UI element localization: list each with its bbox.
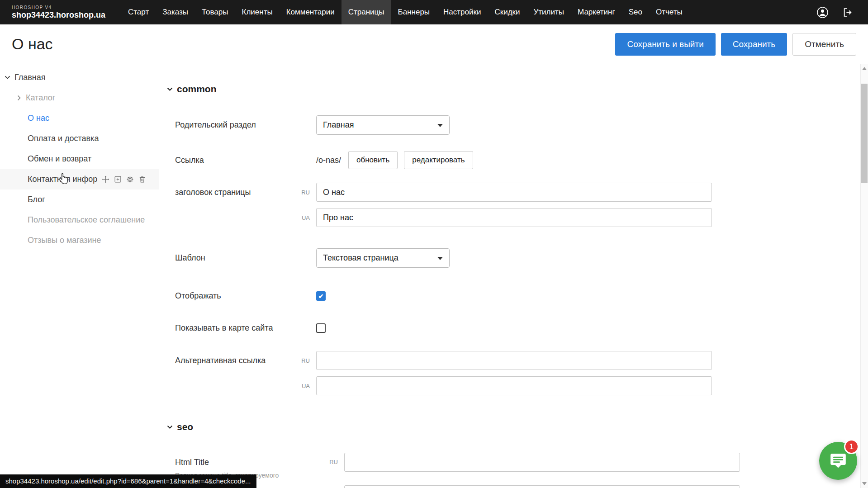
- template-select[interactable]: Текстовая страница: [316, 248, 450, 268]
- top-navigation-bar: HOROSHOP V4 shop34423.horoshop.ua Старт …: [0, 0, 868, 24]
- lang-tag-ru: RU: [316, 453, 344, 472]
- selected-option: Главная: [323, 120, 354, 130]
- tree-item-otzyvy-o-magazine[interactable]: Отзывы о магазине: [0, 230, 159, 251]
- parent-section-select[interactable]: Главная: [316, 115, 450, 135]
- settings-gear-icon[interactable]: [126, 175, 134, 183]
- page-title-ru-input[interactable]: [316, 183, 712, 202]
- alt-link-ru-row: Альтернативная ссылка RU: [160, 351, 860, 370]
- parent-section-row: Родительский раздел Главная: [160, 115, 860, 135]
- tree-item-blog[interactable]: Блог: [0, 190, 159, 210]
- alt-link-ru-input[interactable]: [316, 351, 712, 370]
- html-title-ru-row: Html Title Полная замена title, генериру…: [160, 453, 860, 479]
- tree-item-glavnaya[interactable]: Главная: [0, 67, 159, 88]
- chevron-down-icon: [167, 425, 173, 429]
- logo-domain: shop34423.horoshop.ua: [12, 10, 108, 20]
- html-title-ua-row: UA: [160, 485, 860, 488]
- chevron-right-icon[interactable]: [17, 95, 21, 101]
- sitemap-label: Показывать в карте сайта: [175, 323, 316, 333]
- page-title-ru-row: заголовок страницы RU: [160, 183, 860, 202]
- tree-item-oplata-i-dostavka[interactable]: Оплата и доставка: [0, 128, 159, 149]
- alt-link-ua-input[interactable]: [316, 376, 712, 395]
- tree-item-label: Обмен и возврат: [28, 154, 91, 164]
- cancel-button[interactable]: Отменить: [792, 33, 856, 56]
- page-edit-form: common Родительский раздел Главная Ссылк…: [160, 64, 860, 488]
- chat-unread-badge: 1: [844, 439, 859, 454]
- save-and-exit-button[interactable]: Сохранить и выйти: [615, 33, 715, 56]
- tree-item-label: Каталог: [26, 93, 55, 103]
- tree-item-label: Оплата и доставка: [28, 134, 99, 143]
- move-icon[interactable]: [102, 175, 109, 183]
- link-edit-button[interactable]: редактировать: [404, 151, 473, 169]
- link-refresh-button[interactable]: обновить: [348, 151, 398, 169]
- nav-start[interactable]: Старт: [121, 0, 156, 24]
- tree-item-label: Блог: [28, 195, 45, 204]
- page-title-ua-row: UA: [160, 208, 860, 227]
- tree-item-label: Контактная инфор: [28, 175, 97, 184]
- nav-orders[interactable]: Заказы: [156, 0, 195, 24]
- scrollbar-thumb[interactable]: [861, 84, 868, 183]
- nav-products[interactable]: Товары: [195, 0, 235, 24]
- main-menu: Старт Заказы Товары Клиенты Комментарии …: [121, 0, 689, 24]
- chevron-down-icon: [167, 87, 173, 91]
- link-label: Ссылка: [175, 156, 316, 165]
- sitemap-row: Показывать в карте сайта: [160, 323, 860, 333]
- scroll-up-arrow-icon[interactable]: [862, 67, 867, 70]
- html-title-ru-input[interactable]: [344, 453, 740, 472]
- lang-tag-ua: UA: [288, 383, 316, 389]
- section-title: seo: [177, 422, 193, 432]
- nav-discounts[interactable]: Скидки: [488, 0, 526, 24]
- add-page-icon[interactable]: [114, 175, 122, 183]
- tree-item-katalog[interactable]: Каталог: [0, 88, 159, 108]
- html-title-ua-input[interactable]: [344, 485, 740, 488]
- content-area: Главная Каталог О нас Оплата и доставка …: [0, 64, 868, 488]
- chevron-down-icon[interactable]: [5, 76, 10, 80]
- nav-reports[interactable]: Отчеты: [649, 0, 689, 24]
- html-title-label: Html Title: [175, 453, 316, 472]
- tree-item-label: О нас: [28, 114, 49, 123]
- delete-trash-icon[interactable]: [138, 175, 146, 183]
- section-seo-header[interactable]: seo: [160, 421, 860, 433]
- tree-item-actions: [102, 175, 146, 183]
- nav-comments[interactable]: Комментарии: [280, 0, 342, 24]
- tree-item-kontaktnaya-informatsiya[interactable]: Контактная инфор: [0, 169, 159, 190]
- page-title-label: заголовок страницы: [175, 188, 288, 197]
- display-checkbox-checked[interactable]: [316, 291, 326, 301]
- selected-option: Текстовая страница: [323, 253, 398, 263]
- display-label: Отображать: [175, 291, 316, 301]
- user-account-icon[interactable]: [816, 6, 829, 19]
- pages-tree-sidebar: Главная Каталог О нас Оплата и доставка …: [0, 64, 159, 488]
- tree-item-o-nas[interactable]: О нас: [0, 108, 159, 128]
- alt-link-ua-row: UA: [160, 376, 860, 395]
- tree-item-label: Отзывы о магазине: [28, 236, 101, 245]
- select-caret-icon: [437, 124, 443, 127]
- header-actions: Сохранить и выйти Сохранить Отменить: [615, 33, 856, 56]
- logout-icon[interactable]: [842, 7, 854, 18]
- tree-item-polzovatelskoe-soglashenie[interactable]: Пользовательское соглашение: [0, 210, 159, 230]
- sitemap-checkbox-unchecked[interactable]: [316, 323, 326, 333]
- logo[interactable]: HOROSHOP V4 shop34423.horoshop.ua: [0, 5, 121, 20]
- nav-marketing[interactable]: Маркетинг: [571, 0, 622, 24]
- link-row: Ссылка /o-nas/ обновить редактировать: [160, 151, 860, 169]
- template-row: Шаблон Текстовая страница: [160, 248, 860, 268]
- scroll-down-arrow-icon[interactable]: [862, 482, 867, 485]
- section-title: common: [177, 84, 217, 95]
- nav-utilities[interactable]: Утилиты: [527, 0, 571, 24]
- chat-bubble-icon: [829, 451, 848, 470]
- save-button[interactable]: Сохранить: [721, 33, 787, 56]
- tree-item-obmen-i-vozvrat[interactable]: Обмен и возврат: [0, 149, 159, 169]
- lang-tag-ru: RU: [288, 189, 316, 196]
- page-title: О нас: [12, 35, 53, 53]
- nav-clients[interactable]: Клиенты: [235, 0, 280, 24]
- chat-widget-button[interactable]: 1: [819, 442, 857, 480]
- page-title-ua-input[interactable]: [316, 208, 712, 227]
- nav-pages[interactable]: Страницы: [342, 0, 391, 24]
- nav-banners[interactable]: Баннеры: [391, 0, 437, 24]
- nav-settings[interactable]: Настройки: [436, 0, 488, 24]
- nav-seo[interactable]: Seo: [622, 0, 649, 24]
- section-common-header[interactable]: common: [160, 83, 860, 95]
- lang-tag-ru: RU: [288, 357, 316, 364]
- template-label: Шаблон: [175, 253, 316, 263]
- select-caret-icon: [437, 257, 443, 260]
- vertical-scrollbar[interactable]: [860, 64, 868, 488]
- link-path: /o-nas/: [316, 156, 341, 165]
